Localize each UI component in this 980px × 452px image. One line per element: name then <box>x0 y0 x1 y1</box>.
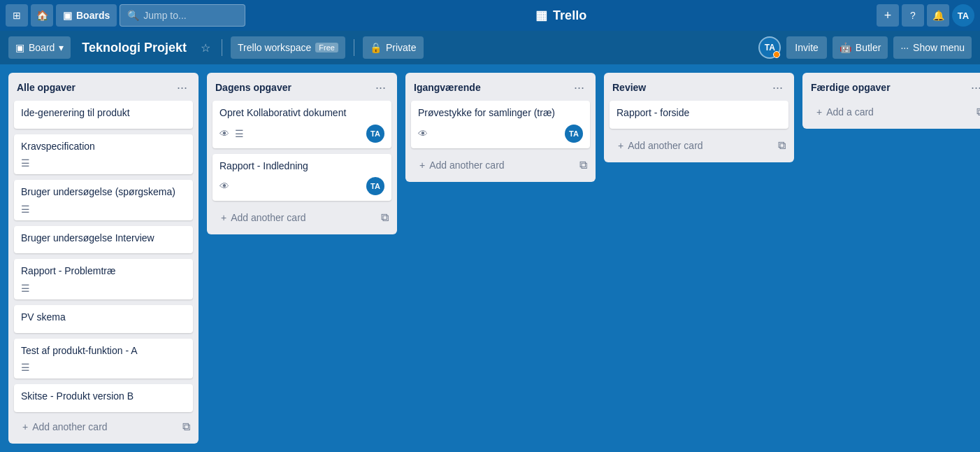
show-menu-button[interactable]: ··· Show menu <box>893 36 972 59</box>
list-review: Review···Rapport - forside+Add another c… <box>604 73 794 162</box>
card-title: Rapport - Indledning <box>219 160 384 174</box>
card-avatar[interactable]: TA <box>366 177 384 195</box>
nav-right-actions: + ? 🔔 TA <box>877 4 974 27</box>
notification-button[interactable]: 🔔 <box>927 4 949 27</box>
add-card-row: +Add another card⧉ <box>8 416 199 444</box>
boards-icon: ▣ <box>63 10 72 21</box>
card[interactable]: Rapport - Indledning👁TA <box>212 154 391 202</box>
card-icons-row: 👁☰TA <box>219 125 384 143</box>
list-igangvaerende: Igangværende···Prøvestykke for samlinger… <box>405 73 596 182</box>
boards-button[interactable]: ▣ Boards <box>56 4 117 27</box>
description-icon: ☰ <box>21 204 30 215</box>
list-menu-button[interactable]: ··· <box>770 80 786 95</box>
add-card-button[interactable]: +Add a card <box>808 101 974 123</box>
list-header: Alle opgaver··· <box>8 73 199 101</box>
card-title: Prøvestykke for samlinger (træ) <box>418 106 583 120</box>
add-card-label: Add another card <box>32 421 107 432</box>
list-header: Igangværende··· <box>405 73 596 101</box>
info-button[interactable]: ? <box>902 4 924 27</box>
divider <box>222 39 222 56</box>
card[interactable]: Prøvestykke for samlinger (træ)👁TA <box>411 101 590 148</box>
card-title: PV skema <box>21 311 186 325</box>
card-title: Ide-generering til produkt <box>21 106 186 120</box>
list-cards: Rapport - forside <box>604 101 794 134</box>
card[interactable]: Rapport - Problemtræ☰ <box>14 259 193 299</box>
watch-icon: 👁 <box>219 128 229 139</box>
butler-button[interactable]: 🤖 Butler <box>833 36 888 59</box>
search-icon: 🔍 <box>127 10 139 21</box>
list-title: Review <box>612 82 770 93</box>
search-bar[interactable]: 🔍 Jump to... <box>120 4 245 27</box>
workspace-label: Trello workspace <box>238 42 311 53</box>
card-icons-row: ☰ <box>21 157 186 169</box>
card[interactable]: Skitse - Produkt version B <box>14 384 193 412</box>
board-avatar[interactable]: TA <box>758 36 781 59</box>
card-title: Rapport - forside <box>617 106 781 120</box>
list-menu-button[interactable]: ··· <box>174 80 190 95</box>
card[interactable]: Opret Kollaborativt dokument👁☰TA <box>212 101 391 148</box>
private-button[interactable]: 🔒 Private <box>363 36 424 59</box>
template-button[interactable]: ⧉ <box>775 136 788 155</box>
lock-icon: 🔒 <box>370 42 382 53</box>
description-icon: ☰ <box>21 157 30 169</box>
card-icons-row: 👁TA <box>418 125 583 143</box>
card-title: Rapport - Problemtræ <box>21 264 186 278</box>
add-button[interactable]: + <box>877 4 899 27</box>
butler-label: Butler <box>856 42 881 53</box>
add-card-label: Add another card <box>231 212 305 223</box>
add-card-button[interactable]: +Add another card <box>14 416 180 438</box>
app-name: Trello <box>553 8 586 23</box>
invite-button[interactable]: Invite <box>786 36 826 59</box>
plus-icon: + <box>22 421 28 432</box>
board-dropdown-label: Board <box>29 42 55 53</box>
add-card-row: +Add another card⧉ <box>405 154 596 182</box>
card-title: Skitse - Produkt version B <box>21 390 186 404</box>
home-button[interactable]: 🏠 <box>31 4 53 27</box>
grid-icon-button[interactable]: ⊞ <box>6 4 28 27</box>
card[interactable]: Test af produkt-funktion - A☰ <box>14 339 193 379</box>
board-title: Teknologi Projekt <box>76 41 192 55</box>
card-avatar[interactable]: TA <box>565 125 583 143</box>
board-content: Alle opgaver···Ide-generering til produk… <box>0 64 980 452</box>
list-cards: Ide-generering til produktKravspecificat… <box>8 101 199 416</box>
card[interactable]: Bruger undersøgelse (spørgskema)☰ <box>14 180 193 220</box>
star-button[interactable]: ☆ <box>198 38 213 57</box>
template-button[interactable]: ⧉ <box>577 156 590 174</box>
card-title: Test af produkt-funktion - A <box>21 344 186 358</box>
template-button[interactable]: ⧉ <box>180 418 193 436</box>
card-title: Bruger undersøgelse (spørgskema) <box>21 185 186 199</box>
workspace-badge: Free <box>315 43 338 52</box>
card[interactable]: Bruger undersøgelse Interview <box>14 226 193 254</box>
watch-icon: 👁 <box>418 128 428 139</box>
plus-icon: + <box>618 140 624 151</box>
add-card-button[interactable]: +Add another card <box>411 154 577 176</box>
private-label: Private <box>386 42 417 53</box>
list-title: Dagens opgaver <box>215 82 373 93</box>
add-card-label: Add a card <box>826 106 874 118</box>
add-card-button[interactable]: +Add another card <box>610 134 775 157</box>
list-menu-button[interactable]: ··· <box>968 80 980 95</box>
user-avatar[interactable]: TA <box>952 4 974 27</box>
list-title: Færdige opgaver <box>811 82 968 93</box>
search-placeholder: Jump to... <box>143 10 186 21</box>
add-card-button[interactable]: +Add another card <box>212 206 378 229</box>
workspace-button[interactable]: Trello workspace Free <box>231 36 345 59</box>
template-button[interactable]: ⧉ <box>974 103 980 121</box>
card[interactable]: Ide-generering til produkt <box>14 101 193 129</box>
list-menu-button[interactable]: ··· <box>571 80 587 95</box>
list-cards: Opret Kollaborativt dokument👁☰TARapport … <box>207 101 397 206</box>
header-right: TA Invite 🤖 Butler ··· Show menu <box>758 36 972 59</box>
template-button[interactable]: ⧉ <box>378 209 391 227</box>
card-title: Bruger undersøgelse Interview <box>21 232 186 246</box>
card[interactable]: PV skema <box>14 305 193 333</box>
add-card-row: +Add another card⧉ <box>604 134 794 162</box>
list-header: Review··· <box>604 73 794 101</box>
card-avatar[interactable]: TA <box>366 125 384 143</box>
card[interactable]: Rapport - forside <box>610 101 788 129</box>
list-menu-button[interactable]: ··· <box>373 80 389 95</box>
butler-icon: 🤖 <box>840 42 851 53</box>
plus-icon: + <box>221 212 226 223</box>
board-dropdown-button[interactable]: ▣ Board ▾ <box>8 36 71 59</box>
list-alle-opgaver: Alle opgaver···Ide-generering til produk… <box>8 73 199 444</box>
card[interactable]: Kravspecification☰ <box>14 134 193 175</box>
